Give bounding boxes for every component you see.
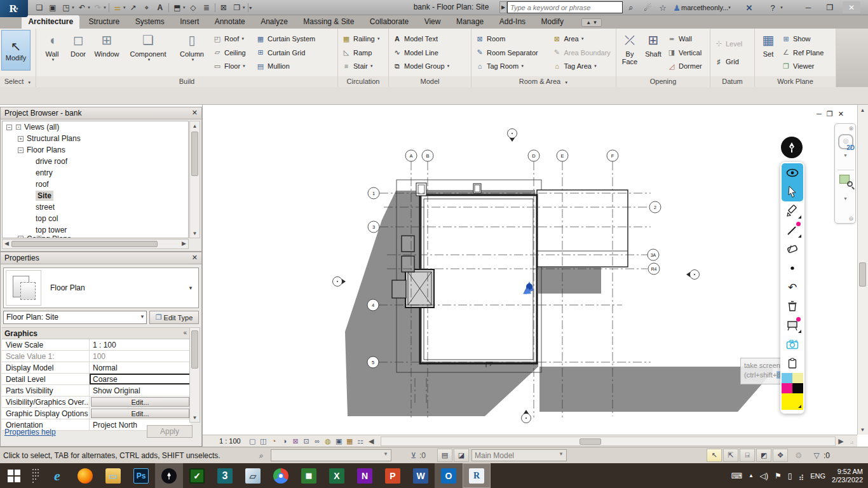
taskbar-ie-icon[interactable]: e — [43, 463, 71, 488]
switch-windows-arrow[interactable]: ▼ — [242, 6, 246, 10]
taskbar-outlook-icon[interactable]: O — [435, 463, 463, 488]
project-browser-vscrollbar[interactable]: ▲ ▼ — [189, 121, 200, 238]
language-indicator[interactable]: ENG — [810, 472, 825, 480]
drag-on-selection-toggle[interactable]: ✥ — [773, 449, 788, 462]
switch-windows-icon[interactable]: ❒ — [231, 2, 243, 13]
resize-grip[interactable]: ⣠ — [846, 437, 857, 446]
pen-tool-icon[interactable] — [782, 201, 803, 220]
undo-icon[interactable]: ↶ — [76, 2, 88, 13]
drawing-canvas[interactable]: A B D E F 1 3 4 5 2 3A R4 — [203, 105, 857, 435]
search-binoculars-icon[interactable]: ⌕ — [624, 2, 638, 13]
tab-addins[interactable]: Add-Ins — [493, 15, 532, 29]
scroll-thumb[interactable] — [191, 330, 198, 369]
scroll-right-icon[interactable]: ▶ — [836, 437, 846, 446]
crop-view-icon[interactable]: ⊠ — [290, 437, 301, 446]
tree-item-top-col[interactable]: top col — [3, 213, 188, 224]
grid-bubbles-top[interactable] — [405, 150, 618, 161]
tree-item-site[interactable]: Site — [3, 190, 188, 201]
door-mark[interactable] — [473, 184, 481, 193]
side-room[interactable] — [402, 256, 414, 272]
instance-combo[interactable]: Floor Plan: Site▼ — [3, 311, 147, 324]
window-button[interactable]: ⊞Window — [90, 30, 123, 75]
scroll-left-icon[interactable]: ◀ — [4, 240, 9, 247]
measure-arrow[interactable]: ▼ — [123, 6, 126, 10]
tree-item-roof[interactable]: roof — [3, 179, 188, 190]
clipboard-icon[interactable] — [782, 354, 803, 373]
show-crop-region-icon[interactable]: ⊡ — [301, 437, 312, 446]
curtain-system-button[interactable]: ▦Curtain System — [255, 32, 324, 45]
model-text-button[interactable]: AModel Text — [392, 32, 467, 45]
navbar-minimize-icon[interactable]: ⊖ — [848, 215, 853, 222]
tab-architecture[interactable]: Architecture — [22, 15, 79, 29]
search-dots-icon[interactable] — [28, 463, 43, 488]
brush-size-dot-icon[interactable] — [782, 259, 803, 278]
scroll-down-icon[interactable]: ▼ — [858, 425, 867, 434]
tab-modify[interactable]: Modify — [535, 15, 570, 29]
save-icon[interactable]: ▣ — [46, 2, 59, 13]
section-icon[interactable]: ◇ — [187, 2, 200, 13]
customize-qat-icon[interactable]: ▼ — [248, 6, 253, 10]
hide-annotations-icon[interactable] — [782, 163, 803, 182]
grid-bubble-f[interactable]: F — [611, 153, 614, 159]
grid-bubble-r4[interactable]: R4 — [651, 267, 657, 271]
tree-item-views-all[interactable]: −⊡Views (all) — [3, 121, 188, 133]
help-menu-arrow[interactable]: ▼ — [780, 6, 783, 10]
tab-analyze[interactable]: Analyze — [254, 15, 294, 29]
text-icon[interactable]: A — [154, 2, 166, 13]
taskbar-powerpoint-icon[interactable]: P — [379, 463, 407, 488]
tree-item-entry[interactable]: entry — [3, 167, 188, 179]
detail-level-icon[interactable]: ◫ — [258, 437, 269, 446]
zoom-menu-arrow[interactable]: ▼ — [843, 196, 848, 201]
tree-item-ceiling-plans[interactable]: +Ceiling Plans — [3, 236, 188, 238]
color-swatch-pink[interactable] — [782, 383, 792, 393]
redo-icon[interactable]: ↷ — [92, 2, 104, 13]
taskbar-epic-pen-icon[interactable] — [155, 463, 183, 488]
thin-lines-icon[interactable]: ≣ — [200, 2, 213, 13]
color-swatch-black[interactable] — [792, 383, 803, 393]
close-button[interactable]: ✕ — [843, 1, 860, 13]
shadows-icon[interactable]: ◑ — [280, 437, 290, 446]
grid-bubble-d[interactable]: D — [532, 153, 536, 159]
show-work-plane-button[interactable]: ⊞Show — [781, 32, 831, 45]
visibility-graphics-edit-button[interactable]: Edit... — [91, 397, 189, 407]
stair-tower[interactable] — [405, 269, 434, 308]
grid-bubble-3[interactable]: 3 — [372, 224, 375, 230]
grid-bubble-a[interactable]: A — [409, 153, 412, 159]
taskbar-excel-icon[interactable]: X — [323, 463, 351, 488]
open-icon[interactable]: ❏ — [33, 2, 46, 13]
clear-all-trash-icon[interactable] — [782, 297, 803, 316]
taskbar-revit-icon[interactable]: R — [463, 463, 491, 488]
select-by-face-toggle[interactable]: ◩ — [756, 449, 771, 462]
select-pinned-toggle[interactable]: ⍈ — [740, 449, 755, 462]
detail-level-value[interactable]: Coarse — [90, 374, 191, 384]
elevation-marker-east[interactable] — [686, 270, 700, 280]
scroll-up-icon[interactable]: ▲ — [858, 105, 867, 114]
battery-icon[interactable]: ▯ — [788, 471, 792, 480]
model-group-button[interactable]: ⧉Model Group▼ — [392, 60, 467, 72]
show-hidden-icons[interactable]: ▲ — [749, 473, 754, 478]
sun-path-icon[interactable]: ◔ — [269, 437, 280, 446]
area-boundary-button[interactable]: ✎Area Boundary — [552, 46, 613, 59]
location-flag-icon[interactable]: ⚑ — [775, 471, 782, 480]
help-icon[interactable]: ? — [766, 2, 780, 13]
vertical-opening-button[interactable]: ◨Vertical — [667, 46, 705, 59]
level-button[interactable]: ⊹Level — [714, 37, 750, 50]
measure-icon[interactable]: ⚌ — [111, 2, 124, 13]
tab-structure[interactable]: Structure — [83, 15, 126, 29]
background-processes-icon[interactable]: ❂ — [792, 449, 806, 461]
scroll-down-icon[interactable]: ▼ — [190, 229, 200, 238]
close-hidden-windows-icon[interactable]: ⊠ — [217, 2, 230, 13]
grid-bubble-e[interactable]: E — [560, 153, 564, 159]
mullion-button[interactable]: ▤Mullion — [255, 60, 324, 72]
steering-wheel-2d-icon[interactable]: ◎2D — [838, 134, 853, 149]
taskbar-firefox-icon[interactable] — [71, 463, 99, 488]
by-face-button[interactable]: ⤫By Face — [618, 30, 641, 75]
line-tool-icon[interactable] — [782, 220, 803, 240]
model-line-button[interactable]: ∿Model Line — [392, 46, 467, 59]
properties-title[interactable]: Properties ✕ — [1, 252, 201, 264]
tab-annotate[interactable]: Annotate — [208, 15, 252, 29]
grid-bubble-3a[interactable]: 3A — [651, 253, 656, 257]
side-room[interactable] — [392, 280, 406, 298]
cursor-tool-icon[interactable] — [782, 182, 803, 201]
tree-item-drive-roof[interactable]: drive roof — [3, 156, 188, 167]
